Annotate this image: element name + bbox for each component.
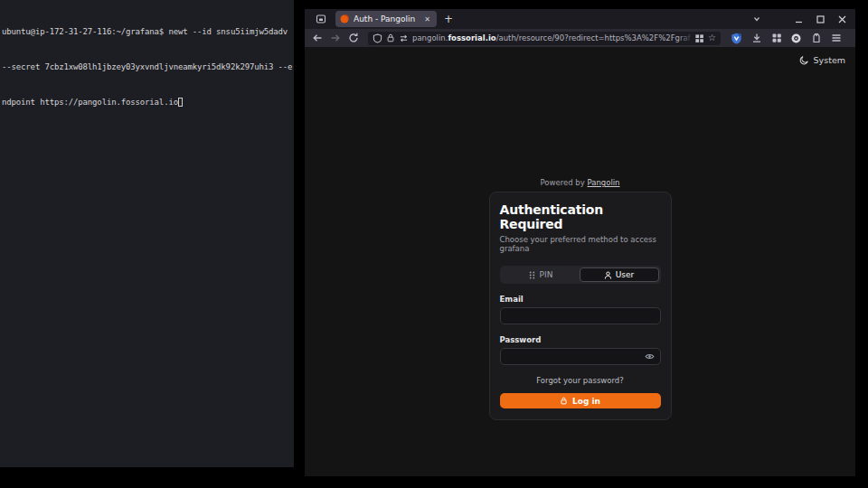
auth-card: Authentication Required Choose your pref…: [489, 192, 672, 420]
close-window-icon[interactable]: [835, 13, 848, 25]
browser-tab-bar: Auth - Pangolin ✕ +: [305, 9, 855, 29]
tracking-protection-shield-icon[interactable]: [373, 33, 382, 43]
url-text: pangolin.fossorial.io/auth/resource/90?r…: [412, 33, 691, 42]
card-subtitle: Choose your preferred method to access g…: [500, 235, 661, 253]
tab-title: Auth - Pangolin: [354, 14, 418, 23]
switch-arrows-icon[interactable]: [399, 33, 409, 43]
maximize-icon[interactable]: [814, 13, 826, 25]
password-input[interactable]: [506, 352, 645, 361]
desktop: ubuntu@ip-172-31-27-116:~/grafana$ newt …: [0, 0, 868, 488]
forward-icon[interactable]: [328, 31, 343, 45]
terminal-line: ndpoint https://pangolin.fossorial.io: [2, 97, 292, 108]
toolbar-extension-icons: [730, 32, 843, 45]
auth-container: Powered by Pangolin Authentication Requi…: [305, 178, 855, 420]
email-label: Email: [500, 295, 661, 304]
downloads-icon[interactable]: [750, 32, 763, 45]
browser-toolbar: pangolin.fossorial.io/auth/resource/90?r…: [305, 29, 855, 47]
forgot-password-link[interactable]: Forgot your password?: [500, 376, 661, 385]
terminal-line: --secret 7cbz1xw08lh1jbzey03yxvndljvneam…: [2, 61, 292, 73]
account-extension-icon[interactable]: [809, 32, 823, 45]
powered-by: Powered by Pangolin: [540, 178, 619, 187]
terminal-line: ubuntu@ip-172-31-27-116:~/grafana$ newt …: [2, 26, 292, 38]
theme-toggle[interactable]: System: [799, 55, 845, 65]
auth-method-tabs: PIN User: [500, 266, 661, 284]
url-fade: [677, 32, 693, 45]
moon-icon: [799, 55, 809, 65]
password-field-wrap: [500, 348, 661, 365]
tab-user[interactable]: User: [580, 267, 659, 282]
tab-auth-pangolin[interactable]: Auth - Pangolin ✕: [335, 11, 437, 27]
user-icon: [604, 271, 612, 279]
tab-user-label: User: [616, 270, 635, 279]
adblock-shield-icon[interactable]: [730, 32, 743, 45]
minimize-icon[interactable]: [792, 13, 805, 25]
terminal-window[interactable]: ubuntu@ip-172-31-27-116:~/grafana$ newt …: [0, 0, 294, 467]
password-label: Password: [500, 335, 661, 344]
show-password-eye-icon[interactable]: [645, 352, 655, 361]
back-icon[interactable]: [310, 31, 325, 45]
terminal-output: ubuntu@ip-172-31-27-116:~/grafana$ newt …: [0, 0, 294, 135]
url-bar[interactable]: pangolin.fossorial.io/auth/resource/90?r…: [368, 32, 721, 45]
bookmark-star-icon[interactable]: ☆: [708, 33, 716, 42]
login-button-label: Log in: [572, 397, 600, 406]
tab-close-icon[interactable]: ✕: [422, 15, 432, 23]
tabs-list-chevron-icon[interactable]: [750, 13, 763, 25]
pangolin-link[interactable]: Pangolin: [587, 178, 619, 187]
firefox-view-icon[interactable]: [312, 11, 330, 27]
theme-toggle-label: System: [814, 55, 845, 65]
window-controls: [750, 13, 848, 25]
tab-pin[interactable]: PIN: [502, 267, 580, 282]
page-content: System Powered by Pangolin Authenticatio…: [305, 47, 855, 476]
card-title: Authentication Required: [500, 202, 661, 231]
extensions-icon[interactable]: [769, 32, 783, 45]
reload-icon[interactable]: [346, 31, 361, 45]
new-tab-button[interactable]: +: [440, 11, 457, 27]
email-field-wrap: [500, 307, 661, 324]
tab-pin-label: PIN: [540, 270, 553, 279]
login-lock-icon: [560, 397, 568, 405]
containers-grid-icon[interactable]: [694, 33, 704, 43]
browser-window: Auth - Pangolin ✕ +: [305, 9, 855, 476]
email-input[interactable]: [506, 312, 655, 321]
https-lock-icon[interactable]: [386, 33, 395, 42]
terminal-cursor: [178, 98, 183, 107]
pangolin-favicon: [340, 14, 349, 23]
keypad-icon: [528, 271, 536, 279]
circle-extension-icon[interactable]: [789, 32, 803, 45]
menu-hamburger-icon[interactable]: [829, 32, 843, 45]
login-button[interactable]: Log in: [500, 393, 661, 408]
